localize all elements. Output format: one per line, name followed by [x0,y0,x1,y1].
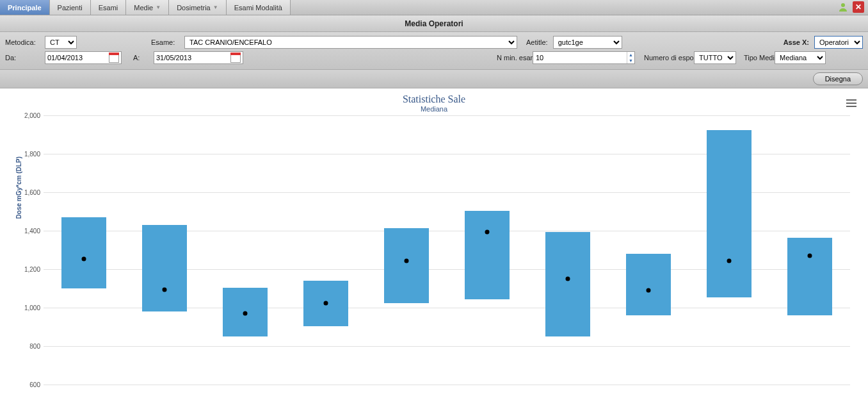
median-dot[interactable] [808,254,812,258]
bar-slot [769,115,850,385]
chart-title: Statistiche Sale [12,94,856,105]
spin-up-icon[interactable]: ▲ [627,52,634,58]
median-dot[interactable] [324,301,328,305]
median-dot[interactable] [485,229,490,234]
bar-slot [689,115,769,385]
range-bar[interactable] [626,254,671,315]
metodica-select[interactable]: CT [45,36,77,49]
da-label: Da: [5,54,40,62]
y-tick: 800 [18,343,40,350]
bar-slot [124,115,205,385]
range-bar[interactable] [707,130,752,297]
nav-tab[interactable]: Esami Modalità [227,0,291,15]
range-bar[interactable] [545,232,591,337]
tipomedia-label: Tipo Media: [744,54,769,62]
y-tick: 2,000 [18,112,40,119]
median-dot[interactable] [243,311,248,316]
range-bar[interactable] [465,211,510,299]
nmin-field[interactable] [533,54,627,62]
chart-menu-icon[interactable] [846,97,856,109]
bars-container [44,115,850,385]
y-tick: 1,000 [18,304,40,311]
aetitle-label: Aetitle: [526,38,548,46]
chevron-down-icon: ▼ [213,4,218,10]
nav-tabs: PrincipalePazientiEsamiMedie▼Dosimetria▼… [0,0,291,15]
draw-button[interactable]: Disegna [813,72,863,85]
numesp-label: Numero di esposizioni: [644,54,689,62]
y-axis-label: Dose mGy*cm (DLP) [15,156,22,219]
bar-slot [44,115,124,385]
range-bar[interactable] [142,225,188,311]
assex-select[interactable]: Operatori [814,36,863,49]
y-tick: 1,400 [18,228,40,235]
numesp-select[interactable]: TUTTO [694,51,736,64]
aetitle-select[interactable]: gutc1ge [553,36,622,49]
a-input[interactable] [154,51,243,64]
gridline [44,385,850,385]
median-dot[interactable] [405,258,409,263]
top-nav: PrincipalePazientiEsamiMedie▼Dosimetria▼… [0,0,868,15]
page-title: Media Operatori [0,15,868,32]
nav-tab[interactable]: Esami [91,0,127,15]
esame-label: Esame: [151,38,179,46]
chevron-down-icon: ▼ [156,4,161,10]
bar-slot [285,115,366,385]
bar-slot [447,115,527,385]
tipomedia-select[interactable]: Mediana [775,51,826,64]
svg-point-0 [841,3,845,7]
bar-slot [366,115,447,385]
nav-tab[interactable]: Principale [0,0,50,15]
median-dot[interactable] [566,277,570,281]
nmin-label: N min. esami : [497,54,527,62]
median-dot[interactable] [647,288,651,293]
user-icon[interactable] [837,1,849,13]
median-dot[interactable] [727,258,732,263]
median-dot[interactable] [82,256,86,261]
filter-panel: Metodica: CT Esame: TAC CRANIO/ENCEFALO … [0,32,868,70]
da-input[interactable] [45,51,122,64]
action-row: Disegna [0,70,868,88]
bar-slot [608,115,689,385]
close-icon[interactable]: ✕ [853,1,864,13]
esame-select[interactable]: TAC CRANIO/ENCEFALO [184,36,517,49]
calendar-icon[interactable] [109,53,119,63]
nmin-spinner[interactable]: ▲▼ [533,51,635,64]
calendar-icon[interactable] [230,53,241,63]
y-tick: 1,800 [18,151,40,158]
a-label: A: [133,54,149,62]
nav-tab[interactable]: Medie▼ [126,0,169,15]
range-bar[interactable] [61,217,107,288]
chart-subtitle: Mediana [12,105,856,113]
median-dot[interactable] [163,287,167,292]
a-field[interactable] [156,54,211,62]
range-bar[interactable] [787,238,833,316]
bar-slot [527,115,608,385]
spin-down-icon[interactable]: ▼ [627,58,634,63]
nav-tab[interactable]: Dosimetria▼ [169,0,227,15]
nav-tab[interactable]: Pazienti [50,0,91,15]
da-field[interactable] [47,54,102,62]
metodica-label: Metodica: [5,38,40,46]
chart-area: Statistiche Sale Mediana Dose mGy*cm (DL… [0,88,868,395]
y-tick: 600 [18,381,40,388]
bar-slot [205,115,285,385]
y-tick: 1,600 [18,189,40,196]
chart-plot: Dose mGy*cm (DLP) 6008001,0001,2001,4001… [44,115,850,385]
assex-label: Asse X: [784,38,809,46]
range-bar[interactable] [384,228,430,303]
y-tick: 1,200 [18,266,40,273]
